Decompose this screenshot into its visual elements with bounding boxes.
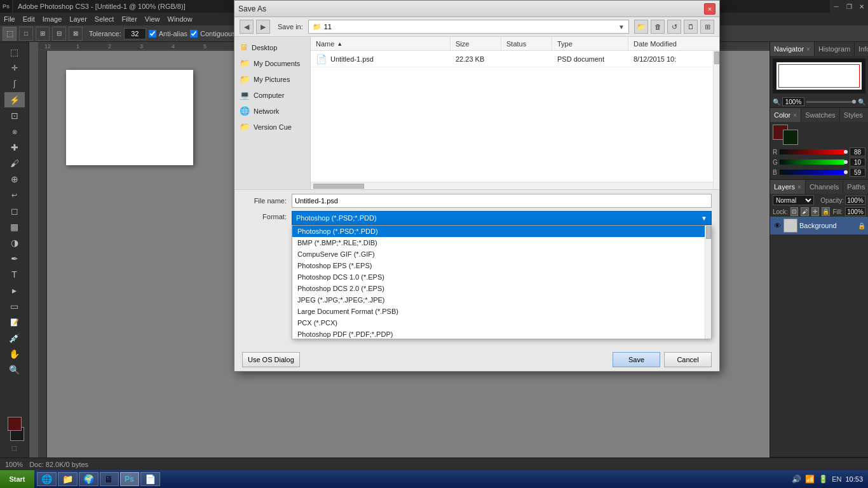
zoom-value-input[interactable] [782, 97, 804, 106]
minimize-button[interactable]: ─ [830, 0, 843, 13]
b-slider[interactable] [780, 170, 844, 175]
tool-hand[interactable]: ✋ [4, 346, 25, 362]
tolerance-input[interactable] [124, 28, 146, 39]
tool-crop[interactable]: ⊡ [4, 108, 25, 123]
tool-notes[interactable]: 📝 [4, 315, 25, 330]
menu-view[interactable]: View [141, 13, 164, 25]
b-slider-thumb[interactable] [844, 170, 848, 174]
tool-marquee[interactable]: ⬚ [4, 44, 25, 60]
toolbar-icon-3[interactable]: ↺ [667, 20, 681, 34]
zoom-slider[interactable] [806, 101, 852, 103]
tab-channels[interactable]: Channels [806, 180, 843, 194]
sidebar-item-desktop[interactable]: 🖥 Desktop [234, 39, 310, 55]
tool-brush[interactable]: 🖌 [4, 156, 25, 171]
dialog-close-button[interactable]: × [704, 3, 715, 15]
toolbar-icon-1[interactable]: 📁 [634, 20, 648, 34]
close-button[interactable]: ✕ [855, 0, 868, 13]
file-row-0[interactable]: 📄 Untitled-1.psd 22.23 KB PSD document 8… [311, 51, 719, 67]
sidebar-item-network[interactable]: 🌐 Network [234, 103, 310, 119]
format-option-0[interactable]: Photoshop (*.PSD;*.PDD) [292, 226, 711, 237]
save-in-select[interactable]: 📁 11 ▼ [308, 20, 629, 34]
menu-layer[interactable]: Layer [65, 13, 91, 25]
zoom-out-icon[interactable]: 🔍 [773, 98, 780, 105]
sidebar-item-versioncue[interactable]: 📁 Version Cue [234, 119, 310, 135]
taskbar-app-6[interactable]: 📄 [140, 472, 160, 486]
filelist-hscroll[interactable] [311, 182, 713, 189]
dialog-forward-button[interactable]: ▶ [256, 20, 270, 34]
menu-image[interactable]: Image [39, 13, 66, 25]
col-name[interactable]: Name ▲ [311, 37, 451, 50]
sidebar-item-computer[interactable]: 💻 Computer [234, 87, 310, 103]
taskbar-app-ps[interactable]: Ps [120, 472, 139, 486]
taskbar-app-explorer[interactable]: 📁 [58, 472, 78, 486]
sidebar-item-mypictures[interactable]: 📁 My Pictures [234, 71, 310, 87]
taskbar-app-3[interactable]: 🌍 [79, 472, 98, 486]
menu-select[interactable]: Select [91, 13, 118, 25]
format-option-2[interactable]: CompuServe GIF (*.GIF) [292, 248, 711, 260]
foreground-color[interactable] [8, 417, 22, 431]
tool-heal[interactable]: ✚ [4, 140, 25, 155]
tab-navigator[interactable]: Navigator × [770, 42, 815, 56]
select-mode-sub[interactable]: ⊟ [52, 27, 66, 41]
format-option-6[interactable]: JPEG (*.JPG;*.JPEG;*.JPE) [292, 294, 711, 306]
lock-move[interactable]: ✛ [811, 207, 820, 216]
format-option-8[interactable]: PCX (*.PCX) [292, 317, 711, 329]
tool-move[interactable]: ✛ [4, 60, 25, 76]
tool-history[interactable]: ↩ [4, 187, 25, 203]
g-value[interactable] [850, 158, 865, 166]
layer-visibility-eye[interactable]: 👁 [773, 221, 782, 230]
tool-dodge[interactable]: ◑ [4, 235, 25, 250]
cancel-button[interactable]: Cancel [664, 352, 712, 367]
format-option-4[interactable]: Photoshop DCS 1.0 (*.EPS) [292, 271, 711, 283]
zoom-slider-thumb[interactable] [852, 100, 856, 104]
navigator-close[interactable]: × [806, 46, 810, 53]
r-slider-thumb[interactable] [844, 150, 848, 154]
tool-path-select[interactable]: ▸ [4, 283, 25, 298]
menu-edit[interactable]: Edit [19, 13, 39, 25]
sidebar-item-mydocs[interactable]: 📁 My Documents [234, 55, 310, 71]
tool-lasso[interactable]: ʃ [4, 76, 25, 92]
opacity-value[interactable] [845, 196, 865, 205]
format-option-9[interactable]: Photoshop PDF (*.PDF;*.PDP) [292, 329, 711, 339]
tool-zoom[interactable]: 🔍 [4, 362, 25, 377]
blend-mode-select[interactable]: Normal [773, 195, 814, 205]
start-button[interactable]: Start [0, 470, 34, 488]
dropdown-scrollbar[interactable] [705, 226, 711, 339]
contiguous-checkbox[interactable] [190, 30, 198, 37]
g-slider[interactable] [780, 159, 844, 165]
r-value[interactable] [850, 147, 865, 156]
format-selected-button[interactable]: Photoshop (*.PSD;*.PDD) ▼ [292, 211, 712, 225]
format-option-7[interactable]: Large Document Format (*.PSB) [292, 306, 711, 317]
r-slider[interactable] [780, 149, 844, 154]
tab-info[interactable]: Info [855, 42, 868, 56]
tool-pen[interactable]: ✒ [4, 251, 25, 266]
col-date[interactable]: Date Modified [628, 37, 719, 50]
tab-layers[interactable]: Layers × [770, 180, 806, 194]
layers-close[interactable]: × [797, 184, 801, 191]
bg-color-swatch[interactable] [783, 130, 798, 145]
tab-paths[interactable]: Paths [843, 180, 868, 194]
col-status[interactable]: Status [501, 37, 552, 50]
tool-gradient[interactable]: ▦ [4, 219, 25, 234]
tab-histogram[interactable]: Histogram [815, 42, 855, 56]
lock-all[interactable]: 🔒 [822, 207, 830, 216]
tool-text[interactable]: T [4, 267, 25, 282]
zoom-in-icon[interactable]: 🔍 [858, 98, 865, 105]
save-button[interactable]: Save [613, 352, 660, 367]
tool-stamp[interactable]: ⊕ [4, 172, 25, 187]
use-os-dialog-button[interactable]: Use OS Dialog [242, 352, 300, 367]
lock-paint[interactable]: 🖌 [801, 207, 809, 216]
tab-color[interactable]: Color × [770, 108, 801, 122]
menu-filter[interactable]: Filter [118, 13, 140, 25]
fill-value[interactable] [845, 207, 865, 216]
taskbar-app-4[interactable]: 🖥 [100, 472, 119, 486]
layer-background[interactable]: 👁 Background 🔒 [770, 217, 868, 234]
dialog-back-button[interactable]: ◀ [240, 20, 254, 34]
tab-styles[interactable]: Styles [840, 108, 867, 122]
tool-slice[interactable]: ⊗ [4, 124, 25, 139]
menu-window[interactable]: Window [164, 13, 196, 25]
menu-file[interactable]: File [0, 13, 19, 25]
tool-wand[interactable]: ⚡ [4, 92, 25, 107]
restore-button[interactable]: ❐ [843, 0, 855, 13]
lock-transparent[interactable]: ⊡ [790, 207, 799, 216]
